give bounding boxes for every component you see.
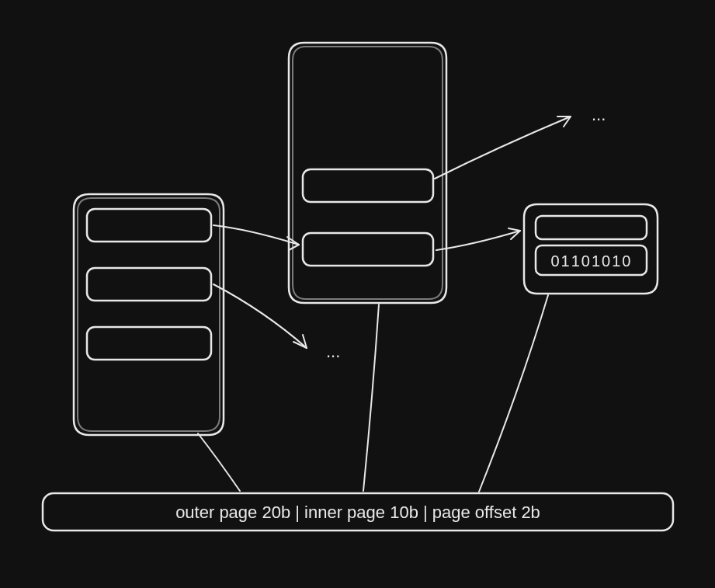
arrow-outer-to-inner [213, 225, 299, 250]
arrow-inner-to-frame [436, 228, 520, 250]
address-bar: outer page 20b | inner page 10b | page o… [43, 493, 673, 531]
outer-page-table [74, 194, 224, 435]
page-table-diagram: 01101010 outer page 20b | inner page 10b… [0, 0, 715, 588]
frame-row-1 [536, 216, 647, 239]
inner-table-entry-2 [303, 233, 433, 266]
inner-table-entry-1 [303, 169, 433, 202]
connector-outer-to-address [198, 433, 240, 491]
connector-inner-to-address [363, 304, 379, 491]
address-bar-text: outer page 20b | inner page 10b | page o… [175, 503, 540, 522]
arrow-inner-to-ellipsis-top: ... [435, 105, 606, 179]
outer-table-entry-3 [87, 327, 211, 360]
connector-frame-to-address [479, 295, 548, 492]
memory-frame: 01101010 [524, 204, 658, 294]
binary-value-text: 01101010 [551, 252, 633, 270]
inner-page-table [289, 43, 446, 303]
outer-table-entry-1 [87, 209, 211, 242]
arrow-outer-to-ellipsis: ... [213, 284, 340, 361]
outer-table-entry-2 [87, 268, 211, 301]
ellipsis-top: ... [592, 105, 606, 124]
ellipsis-mid: ... [326, 342, 340, 361]
